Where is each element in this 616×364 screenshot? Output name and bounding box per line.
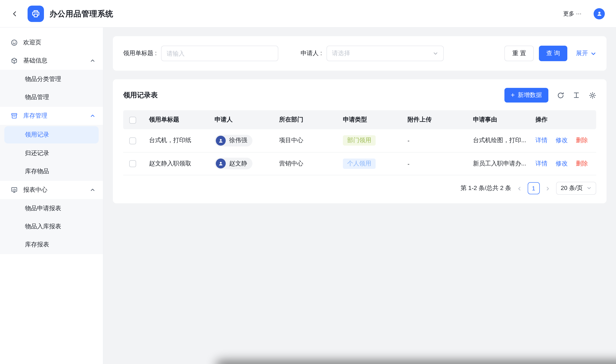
cell-applicant: 赵文静: [208, 152, 273, 175]
column-header: 申请事由: [467, 110, 529, 129]
settings-gear-icon[interactable]: [589, 91, 596, 99]
submenu-reports: 物品申请报表 物品入库报表 库存报表: [0, 199, 103, 254]
main-content: 领用单标题 : 申请人 : 请选择 重 置 查 询 展开: [103, 27, 616, 364]
sidebar-item-inbound-report[interactable]: 物品入库报表: [0, 218, 103, 236]
sidebar-item-label: 物品分类管理: [25, 75, 61, 83]
delete-link[interactable]: 删除: [576, 137, 588, 144]
applicant-chip: 赵文静: [215, 158, 252, 169]
current-page-button[interactable]: 1: [527, 182, 539, 194]
cell-department: 项目中心: [273, 129, 337, 152]
cell-actions: 详情 修改 删除: [529, 129, 596, 152]
sidebar-item-welcome[interactable]: 欢迎页: [0, 34, 103, 52]
chevron-up-icon: [90, 187, 95, 193]
column-header: 附件上传: [401, 110, 467, 129]
add-data-button[interactable]: + 新增数据: [504, 88, 548, 103]
prev-page-icon[interactable]: ‹: [517, 184, 522, 192]
sidebar-item-item-manage[interactable]: 物品管理: [0, 88, 103, 106]
sidebar-group-inventory[interactable]: 库存管理: [0, 107, 103, 125]
detail-link[interactable]: 详情: [536, 137, 548, 144]
claim-title-input[interactable]: [161, 46, 278, 61]
sidebar-item-label: 物品入库报表: [25, 223, 61, 231]
submenu-inventory: 领用记录 归还记录 库存物品: [0, 125, 103, 181]
delete-link[interactable]: 删除: [576, 160, 588, 167]
checkbox-cell: [123, 129, 143, 152]
sidebar-item-stock-report[interactable]: 库存报表: [0, 236, 103, 254]
sidebar-item-stock-items[interactable]: 库存物品: [0, 162, 103, 181]
sidebar-group-label: 报表中心: [23, 186, 47, 194]
sidebar-group-label: 库存管理: [23, 112, 47, 120]
reset-button[interactable]: 重 置: [504, 46, 534, 61]
user-avatar-icon: [216, 158, 226, 169]
sidebar-item-label: 物品管理: [25, 93, 49, 101]
table-title: 领用记录表: [123, 91, 158, 100]
filter-title-label: 领用单标题 :: [123, 50, 157, 57]
filter-actions: 重 置 查 询 展开: [504, 46, 596, 61]
next-page-icon[interactable]: ›: [545, 184, 550, 192]
sidebar-item-label: 库存报表: [25, 241, 49, 248]
table-tools: + 新增数据: [504, 88, 596, 103]
applicant-select[interactable]: 请选择: [326, 46, 443, 61]
cell-reason: 新员工入职申请办...: [467, 152, 529, 175]
header-checkbox-cell: [123, 110, 143, 129]
column-header: 所在部门: [273, 110, 337, 129]
select-all-checkbox[interactable]: [129, 117, 136, 123]
sidebar-item-apply-report[interactable]: 物品申请报表: [0, 199, 103, 218]
refresh-icon[interactable]: [557, 91, 564, 99]
page-size-select[interactable]: 20 条/页: [556, 182, 596, 195]
cell-apply-type: 部门领用: [337, 129, 401, 152]
pagination-total: 第 1-2 条/总共 2 条: [461, 184, 511, 192]
user-avatar[interactable]: [594, 8, 605, 19]
more-menu[interactable]: 更多 ···: [563, 10, 581, 17]
app-window: 办公用品管理系统 更多 ··· 欢迎页 基础信息 物品分类管理: [0, 0, 616, 364]
page-size-value: 20 条/页: [561, 184, 583, 192]
smile-icon: [10, 39, 18, 46]
archive-icon: [10, 112, 18, 119]
sidebar-item-return-records[interactable]: 归还记录: [0, 144, 103, 162]
sidebar-item-claim-records[interactable]: 领用记录: [4, 126, 99, 143]
filter-applicant-label: 申请人 :: [301, 50, 322, 57]
cell-apply-type: 个人领用: [337, 152, 401, 175]
claim-records-table: 领用单标题 申请人 所在部门 申请类型 附件上传 申请事由 操作 台式机，打印纸: [123, 110, 596, 175]
expand-toggle[interactable]: 展开: [576, 50, 596, 57]
edit-link[interactable]: 修改: [556, 160, 568, 167]
chart-board-icon: [10, 186, 18, 194]
cube-icon: [10, 57, 18, 65]
sidebar-group-reports[interactable]: 报表中心: [0, 181, 103, 199]
add-data-label: 新增数据: [518, 91, 542, 99]
app-title: 办公用品管理系统: [50, 8, 113, 19]
row-height-icon[interactable]: [573, 91, 580, 99]
user-avatar-icon: [216, 136, 226, 146]
sidebar-item-label: 物品申请报表: [25, 205, 61, 212]
apply-type-tag: 部门领用: [343, 135, 376, 146]
column-header: 操作: [529, 110, 596, 129]
applicant-name: 徐伟强: [229, 137, 247, 144]
chevron-down-icon: [590, 51, 596, 56]
cell-applicant: 徐伟强: [208, 129, 273, 152]
cell-department: 营销中心: [273, 152, 337, 175]
top-header: 办公用品管理系统 更多 ···: [0, 0, 616, 27]
table-row: 台式机，打印纸 徐伟强 项目中心 部门领用 - 台式机: [123, 129, 596, 152]
apply-type-tag: 个人领用: [343, 158, 376, 169]
table-header-bar: 领用记录表 + 新增数据: [123, 88, 596, 103]
row-checkbox[interactable]: [129, 137, 136, 144]
chevron-up-icon: [90, 113, 95, 118]
table-header-row: 领用单标题 申请人 所在部门 申请类型 附件上传 申请事由 操作: [123, 110, 596, 129]
search-button[interactable]: 查 询: [539, 46, 567, 61]
back-icon[interactable]: [10, 9, 19, 18]
cell-claim-title: 赵文静入职领取: [143, 152, 208, 175]
column-header: 申请人: [208, 110, 273, 129]
row-checkbox[interactable]: [129, 160, 136, 167]
sidebar-item-label: 归还记录: [25, 149, 49, 157]
cell-reason: 台式机绘图，打印...: [467, 129, 529, 152]
sidebar-item-label: 领用记录: [25, 131, 49, 139]
cell-actions: 详情 修改 删除: [529, 152, 596, 175]
cell-claim-title: 台式机，打印纸: [143, 129, 208, 152]
sidebar-item-item-category[interactable]: 物品分类管理: [0, 70, 103, 88]
column-header: 申请类型: [337, 110, 401, 129]
table-card: 领用记录表 + 新增数据: [113, 79, 606, 203]
detail-link[interactable]: 详情: [536, 160, 548, 167]
filter-card: 领用单标题 : 申请人 : 请选择 重 置 查 询 展开: [113, 36, 606, 71]
edit-link[interactable]: 修改: [556, 137, 568, 144]
select-placeholder: 请选择: [332, 50, 350, 57]
sidebar-group-basic-info[interactable]: 基础信息: [0, 52, 103, 70]
